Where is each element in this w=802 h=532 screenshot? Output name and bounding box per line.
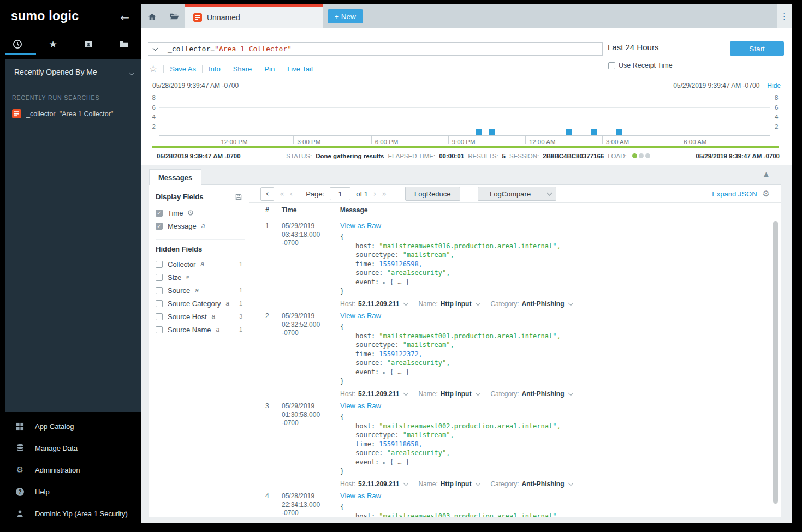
pin-link[interactable]: Pin (264, 65, 275, 73)
sidebar-item-user-account[interactable]: Dominic Yip (Area 1 Security) (0, 503, 141, 524)
field-row-source-name: Source Name a 1 (156, 323, 245, 336)
expand-event-icon[interactable]: ▸ (383, 459, 386, 465)
status-value: Done gathering results (316, 153, 384, 159)
y-axis-tick: 4 (148, 113, 156, 120)
time-field-checkbox[interactable]: ✓ (156, 210, 163, 217)
message-metadata: Host:52.11.209.211 Name:Http Input Categ… (340, 480, 762, 488)
source-category-field-checkbox[interactable] (156, 300, 163, 307)
tab-unnamed[interactable]: Unnamed (185, 4, 323, 28)
sidebar-tab-favorites[interactable]: ★ (35, 35, 71, 53)
settings-gear-icon[interactable]: ⚙ (763, 189, 770, 199)
message-field-checkbox[interactable]: ✓ (156, 223, 163, 230)
sidebar-item-manage-data[interactable]: Manage Data (0, 437, 141, 459)
menu-item-label: Help (35, 488, 50, 496)
range-start-timestamp: 05/28/2019 9:39:47 AM -0700 (152, 82, 239, 89)
host-dropdown[interactable] (404, 390, 408, 398)
save-fields-icon[interactable] (235, 193, 242, 201)
divider (258, 65, 258, 73)
query-history-dropdown[interactable] (148, 42, 162, 56)
row-timestamp: 05/29/201903:43:18.000 -0700 (282, 222, 336, 248)
collector-field-checkbox[interactable] (156, 261, 163, 268)
back-button[interactable]: ‹ (260, 187, 274, 201)
search-query-input[interactable]: _collector="Area 1 Collector" (162, 42, 603, 56)
scrollbar-thumb[interactable] (773, 221, 778, 504)
name-dropdown[interactable] (476, 390, 480, 398)
save-as-link[interactable]: Save As (170, 65, 196, 73)
sidebar-tab-library[interactable] (71, 35, 106, 53)
y-axis-tick: 2 (775, 123, 782, 130)
sidebar-item-app-catalog[interactable]: App Catalog (0, 415, 141, 437)
home-tab-button[interactable] (141, 4, 163, 28)
next-page-icon[interactable]: › (373, 189, 377, 198)
tab-overflow-menu-icon[interactable]: ⋮ (777, 4, 792, 28)
source-host-field-checkbox[interactable] (156, 313, 163, 320)
category-dropdown[interactable] (569, 480, 573, 488)
sidebar-item-help[interactable]: ? Help (0, 481, 141, 503)
info-link[interactable]: Info (209, 65, 221, 73)
sidebar-item-administration[interactable]: ⚙ Administration (0, 459, 141, 481)
clock-icon (13, 39, 22, 49)
recent-search-item[interactable]: _collector="Area 1 Collector" (12, 109, 141, 118)
category-dropdown[interactable] (569, 390, 573, 398)
sidebar-tab-recents[interactable] (0, 35, 35, 53)
time-range-field[interactable]: Last 24 Hours (608, 43, 721, 56)
logcompare-dropdown[interactable] (543, 187, 556, 201)
view-as-raw-link[interactable]: View as Raw (340, 222, 381, 230)
use-receipt-time-label: Use Receipt Time (619, 62, 673, 69)
field-label: Source Host (168, 313, 207, 321)
size-field-checkbox[interactable] (156, 274, 163, 281)
collapse-sidebar-icon[interactable]: ← (120, 11, 129, 24)
y-axis-tick: 4 (775, 113, 782, 120)
logcompare-button[interactable]: LogCompare (478, 187, 543, 201)
histogram-bar[interactable] (489, 129, 495, 135)
y-axis-tick: 2 (148, 123, 156, 130)
expand-event-icon[interactable]: ▸ (383, 369, 386, 375)
sidebar-tab-folders[interactable] (106, 35, 141, 53)
histogram-bar[interactable] (591, 129, 597, 135)
open-folder-tab-button[interactable] (163, 4, 185, 28)
row-timestamp: 05/28/201922:34:13.000 -0700 (282, 492, 336, 517)
first-page-icon[interactable]: « (280, 189, 284, 198)
expand-json-link[interactable]: Expand JSON (712, 190, 757, 198)
tab-messages[interactable]: Messages (149, 169, 201, 185)
new-tab-button[interactable]: + New (328, 9, 363, 23)
prev-page-icon[interactable]: ‹ (290, 189, 293, 198)
host-dropdown[interactable] (404, 300, 408, 308)
histogram-bar[interactable] (616, 129, 622, 135)
divider (163, 65, 164, 73)
name-dropdown[interactable] (476, 300, 480, 308)
share-link[interactable]: Share (233, 65, 252, 73)
name-dropdown[interactable] (476, 480, 480, 488)
recent-searches-heading: RECENTLY RUN SEARCHES (12, 94, 141, 101)
divider (202, 65, 203, 73)
histogram-bar[interactable] (476, 129, 482, 135)
left-sidebar: sumo logic ← ★ Recently Opened By Me REC… (0, 0, 141, 532)
live-tail-link[interactable]: Live Tail (287, 65, 313, 73)
view-as-raw-link[interactable]: View as Raw (340, 492, 381, 500)
category-dropdown[interactable] (569, 300, 573, 308)
use-receipt-time-checkbox[interactable] (608, 62, 615, 69)
message-json: { host: "mailstreamwest016.production.ar… (340, 232, 762, 296)
x-axis-label: 12:00 PM (221, 139, 247, 145)
logreduce-button[interactable]: LogReduce (405, 187, 460, 201)
view-as-raw-link[interactable]: View as Raw (340, 312, 381, 320)
last-page-icon[interactable]: » (382, 189, 387, 198)
view-as-raw-link[interactable]: View as Raw (340, 402, 381, 410)
expand-event-icon[interactable]: ▸ (383, 279, 386, 285)
collapse-panel-icon[interactable]: ▲ (764, 170, 769, 178)
page-number-input[interactable] (330, 187, 350, 200)
favorite-star-icon[interactable]: ☆ (149, 63, 157, 74)
chevron-down-icon (130, 68, 134, 76)
start-search-button[interactable]: Start (730, 41, 784, 56)
help-icon: ? (15, 488, 25, 496)
histogram-bar[interactable] (566, 129, 572, 135)
hide-histogram-link[interactable]: Hide (767, 82, 781, 89)
source-name-field-checkbox[interactable] (156, 326, 163, 333)
active-tab-indicator (5, 53, 36, 55)
x-axis-label: 3:00 AM (606, 139, 629, 145)
string-type-icon: a (226, 300, 230, 307)
source-field-checkbox[interactable] (156, 287, 163, 294)
x-axis-label: 12:00 AM (529, 139, 556, 145)
recently-opened-dropdown[interactable]: Recently Opened By Me (14, 68, 134, 82)
host-dropdown[interactable] (404, 480, 408, 488)
